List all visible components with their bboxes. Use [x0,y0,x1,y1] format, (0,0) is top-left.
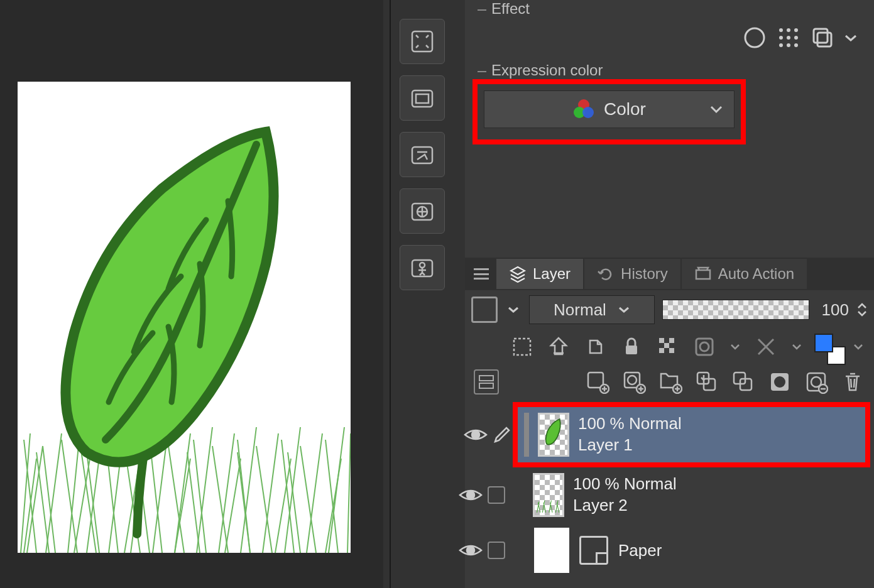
svg-rect-18 [817,33,831,46]
expression-color-label: Expression color [473,62,866,79]
layer-color-swatch[interactable] [814,333,841,361]
svg-rect-33 [479,376,493,381]
opacity-value: 100 [822,300,849,320]
svg-point-13 [787,36,790,40]
layer-checkbox[interactable] [488,486,505,504]
tone-effect-icon[interactable] [775,24,802,52]
svg-point-51 [467,491,474,499]
canvas-area [0,0,383,588]
svg-point-9 [779,28,783,32]
layer-opacity-mode: 100 % Normal [573,474,677,495]
layer-item-2[interactable]: 100 % Normal Layer 2 [513,467,874,523]
ruler-enable-icon[interactable] [752,333,780,361]
layer-color-effect-icon[interactable] [809,24,836,52]
item-bank-icon[interactable] [400,75,445,121]
palette-color-indicator[interactable] [471,297,498,323]
sub-view-icon[interactable] [400,19,445,64]
opacity-slider[interactable] [662,300,809,320]
effect-label: Effect [473,0,866,18]
svg-rect-26 [659,338,664,343]
svg-rect-27 [669,338,674,343]
palette-color-dropdown-icon[interactable] [505,306,522,313]
canvas[interactable] [18,82,351,553]
create-mask-icon[interactable] [766,368,794,396]
lock-transparent-icon[interactable] [654,333,682,361]
tab-auto-action[interactable]: Auto Action [682,259,807,289]
layer-panel-view-icon[interactable] [474,369,499,395]
expression-highlight-box: Color [473,79,746,144]
svg-point-15 [779,43,783,47]
svg-rect-23 [696,270,710,279]
svg-rect-3 [412,147,432,163]
expression-color-dropdown[interactable]: Color [484,90,735,128]
reference-layer-icon[interactable] [545,333,572,361]
svg-rect-0 [412,31,432,52]
blend-mode-select[interactable]: Normal [529,295,655,324]
svg-point-16 [787,43,790,47]
svg-point-10 [787,28,790,32]
tab-layer[interactable]: Layer [496,259,583,289]
svg-point-8 [745,28,764,47]
tab-auto-action-label: Auto Action [718,265,794,283]
window-toolbar [400,19,449,302]
delete-layer-icon[interactable] [839,368,866,396]
svg-point-22 [582,107,594,118]
svg-rect-24 [514,339,530,355]
expression-color-value: Color [604,99,646,119]
visibility-eye-icon[interactable] [459,542,483,559]
tab-history-label: History [621,265,668,283]
paper-thumbnail [534,528,569,573]
svg-rect-28 [664,343,669,348]
draft-layer-icon[interactable] [581,333,609,361]
visibility-eye-icon[interactable] [459,486,483,504]
svg-point-38 [628,376,636,384]
merge-down-icon[interactable] [729,368,757,396]
layer-thumbnail [538,413,569,457]
rgb-icon [572,98,595,121]
layer-item-1[interactable]: 100 % Normal Layer 1 [518,407,865,462]
panel-tabs: Layer History Auto Action [465,258,874,290]
property-panel: Effect Expression color [465,0,874,588]
mask-dropdown-icon[interactable] [727,343,743,351]
ruler-dropdown-icon[interactable] [789,343,805,351]
clip-mask-icon[interactable] [508,333,536,361]
pose-icon[interactable] [400,245,445,290]
svg-point-7 [420,263,425,268]
material-icon[interactable] [400,188,445,234]
svg-rect-2 [416,94,429,103]
svg-point-32 [700,342,709,351]
new-folder-icon[interactable] [657,368,684,396]
border-effect-icon[interactable] [741,24,768,52]
layer-item-paper[interactable]: Paper [513,523,874,578]
layer-name: Layer 2 [573,495,677,516]
svg-point-12 [779,36,783,40]
svg-point-46 [774,376,785,388]
svg-rect-31 [696,339,713,355]
apply-mask-icon[interactable] [802,368,830,396]
layer-blend-row: Normal 100 [465,290,874,329]
layer-color-dropdown-icon[interactable] [850,343,866,351]
paper-icon [579,536,608,565]
svg-point-11 [794,28,798,32]
quick-access-icon[interactable] [400,132,445,177]
effect-dropdown-icon[interactable] [843,24,859,52]
tab-layer-label: Layer [533,265,571,283]
mask-enable-icon[interactable] [691,333,718,361]
transfer-down-icon[interactable] [693,368,721,396]
opacity-spinner[interactable] [856,302,868,317]
layer-opacity-mode: 100 % Normal [578,413,682,435]
svg-rect-30 [669,348,674,353]
svg-rect-34 [479,383,493,388]
chevron-down-icon [709,104,724,114]
layer-name: Layer 1 [578,435,682,456]
panel-menu-icon[interactable] [474,268,489,280]
svg-point-50 [472,431,479,438]
svg-rect-25 [626,346,637,354]
visibility-eye-icon[interactable] [464,426,488,444]
new-raster-layer-icon[interactable] [584,368,611,396]
svg-point-52 [467,547,474,554]
new-vector-layer-icon[interactable] [620,368,648,396]
tab-history[interactable]: History [584,259,680,289]
lock-icon[interactable] [618,333,645,361]
layer-checkbox[interactable] [488,542,505,559]
